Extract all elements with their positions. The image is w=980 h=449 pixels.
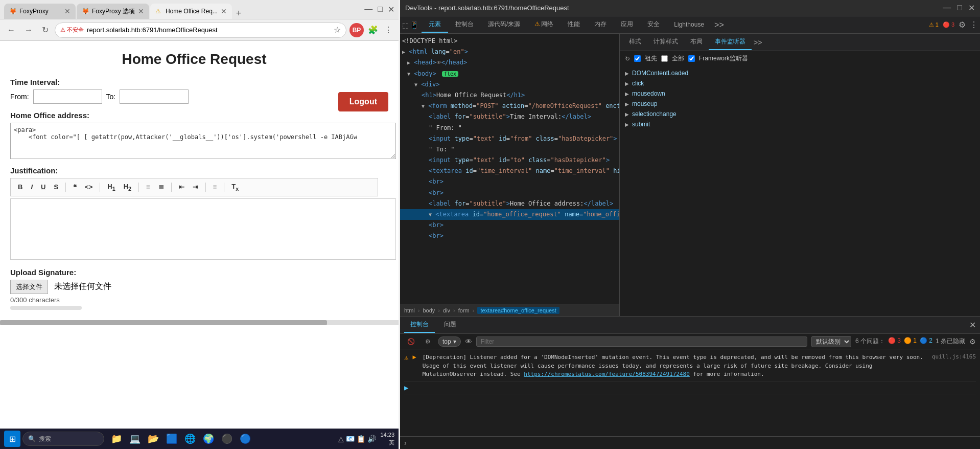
- devtools-tab-sources[interactable]: 源代码/来源: [481, 17, 527, 33]
- div-line[interactable]: ▼ <div>: [400, 79, 619, 90]
- right-tab-computed[interactable]: 计算样式: [647, 34, 684, 50]
- tab-close-3[interactable]: ✕: [221, 7, 227, 15]
- form-line[interactable]: ▼ <form method="POST" action="/homeOffic…: [400, 101, 619, 111]
- devtools-tab-security[interactable]: 安全: [640, 17, 667, 33]
- h1-line[interactable]: <h1>Home Office Request</h1>: [400, 90, 619, 101]
- breadcrumb-html[interactable]: html: [404, 307, 415, 313]
- console-eye-icon[interactable]: 👁: [465, 338, 472, 346]
- devtools-inspect-icon[interactable]: ⬚: [402, 21, 409, 29]
- devtools-tab-lighthouse[interactable]: Lighthouse: [667, 18, 711, 32]
- console-link-1[interactable]: https://chromestatus.com/feature/5083947…: [524, 371, 690, 377]
- blockquote-button[interactable]: ❝: [71, 182, 79, 192]
- console-settings-icon[interactable]: ⚙: [969, 338, 976, 346]
- console-input[interactable]: [410, 439, 976, 446]
- start-button[interactable]: ⊞: [4, 431, 20, 447]
- address-input[interactable]: [87, 26, 331, 34]
- body-line[interactable]: ▼ <body> flex: [400, 69, 619, 79]
- taskbar-icon-explorer[interactable]: 📂: [145, 431, 161, 447]
- console-tab-console[interactable]: 控制台: [404, 317, 435, 333]
- indent-left-button[interactable]: ⇤: [177, 182, 186, 192]
- tab-foxyproxy1[interactable]: 🦊 FoxyProxy ✕: [4, 4, 76, 19]
- taskbar-icon-files[interactable]: 📁: [108, 431, 125, 447]
- doctype-line[interactable]: <!DOCTYPE html>: [400, 36, 619, 47]
- profile-button[interactable]: BP: [349, 23, 364, 37]
- maximize-button[interactable]: □: [378, 5, 383, 14]
- bookmark-icon[interactable]: ☆: [334, 25, 341, 35]
- underline-button[interactable]: U: [39, 182, 48, 192]
- label-time-line[interactable]: <label for="subtitle">Time Interval:</la…: [400, 111, 619, 122]
- expand-warning-icon[interactable]: ▶: [412, 353, 416, 361]
- logout-button[interactable]: Logout: [338, 92, 388, 111]
- tab-close-1[interactable]: ✕: [64, 7, 71, 15]
- console-clear-button[interactable]: 🚫: [404, 336, 418, 347]
- indent-right-button[interactable]: ⇥: [191, 182, 200, 192]
- devtools-more-icon[interactable]: ⋮: [970, 20, 978, 30]
- right-tab-styles[interactable]: 样式: [623, 34, 647, 50]
- taskbar-icon-chrome[interactable]: 🔵: [237, 431, 253, 447]
- from-date-input[interactable]: [33, 89, 102, 104]
- breadcrumb-textarea[interactable]: textarea#home_office_request: [477, 307, 559, 314]
- taskbar-icon-terminal[interactable]: 💻: [127, 431, 143, 447]
- strikethrough-button[interactable]: S: [52, 182, 60, 192]
- devtools-tab-more[interactable]: >>: [711, 17, 727, 33]
- taskbar-icon-browser1[interactable]: 🌐: [182, 431, 198, 447]
- console-source-1[interactable]: quill.js:4165: [932, 353, 976, 360]
- devtools-device-icon[interactable]: 📱: [410, 21, 418, 29]
- taskbar-icon-browser2[interactable]: 🌍: [200, 431, 217, 447]
- clear-format-button[interactable]: Tx: [229, 182, 241, 193]
- menu-button[interactable]: ⋮: [382, 23, 394, 37]
- console-level-select[interactable]: 默认级别: [811, 336, 851, 347]
- devtools-tab-memory[interactable]: 内存: [587, 17, 614, 33]
- choose-file-button[interactable]: 选择文件: [10, 280, 48, 294]
- all-checkbox[interactable]: [661, 55, 668, 62]
- address-bar[interactable]: ⚠ 不安全 ☆: [55, 23, 346, 38]
- taskbar-search[interactable]: 🔍 搜索: [22, 432, 104, 446]
- right-tab-layout[interactable]: 布局: [684, 34, 709, 50]
- right-tab-events[interactable]: 事件监听器: [709, 34, 752, 50]
- devtools-close[interactable]: ✕: [968, 3, 975, 13]
- breadcrumb-body[interactable]: body: [423, 307, 435, 313]
- tab-close-2[interactable]: ✕: [138, 7, 144, 15]
- justification-textarea[interactable]: [10, 198, 396, 260]
- h2-button[interactable]: H2: [122, 182, 133, 193]
- to-text-line[interactable]: " To: ": [400, 144, 619, 155]
- taskbar-icon-app[interactable]: ⚫: [219, 431, 235, 447]
- top-selector[interactable]: top ▾: [438, 336, 461, 347]
- close-browser-button[interactable]: ✕: [388, 5, 394, 14]
- unordered-list-button[interactable]: ≣: [156, 182, 166, 192]
- console-close-button[interactable]: ✕: [969, 320, 976, 330]
- input-from-line[interactable]: <input type="text" id="from" class="hasD…: [400, 133, 619, 144]
- label-home-line[interactable]: <label for="subtitle">Home Office addres…: [400, 198, 619, 209]
- scrollbar-thumb[interactable]: [0, 320, 327, 325]
- reload-button[interactable]: ↻: [39, 23, 52, 37]
- new-tab-button[interactable]: +: [233, 8, 245, 19]
- devtools-maximize[interactable]: □: [957, 3, 962, 13]
- br3-line[interactable]: <br>: [400, 220, 619, 231]
- extension-icon[interactable]: 🧩: [366, 23, 380, 37]
- right-tab-more[interactable]: >>: [752, 35, 764, 50]
- forward-button[interactable]: →: [21, 24, 36, 37]
- devtools-tab-console[interactable]: 控制台: [448, 17, 481, 33]
- br4-line[interactable]: <br>: [400, 231, 619, 241]
- taskbar-icon-vscode[interactable]: 🟦: [164, 431, 180, 447]
- devtools-settings-icon[interactable]: ⚙: [959, 20, 966, 30]
- console-settings-button[interactable]: ⚙: [422, 336, 434, 347]
- breadcrumb-div[interactable]: div: [443, 307, 450, 313]
- input-to-line[interactable]: <input type="text" id="to" class="hasDat…: [400, 155, 619, 166]
- ordered-list-button[interactable]: ≡: [144, 182, 152, 192]
- br2-line[interactable]: <br>: [400, 188, 619, 198]
- from-text-line[interactable]: " From: ": [400, 123, 619, 133]
- html-line[interactable]: ▶ <html lang="en">: [400, 47, 619, 57]
- to-date-input[interactable]: [120, 89, 189, 104]
- bold-button[interactable]: B: [16, 182, 25, 192]
- tab-foxyproxy2[interactable]: 🦊 FoxyProxy 选项 ✕: [77, 4, 149, 19]
- textarea-home-line[interactable]: ▼ <textarea id="home_office_request" nam…: [400, 209, 619, 220]
- textarea-time-line[interactable]: <textarea id="time_interval" name="time_…: [400, 166, 619, 176]
- devtools-tab-application[interactable]: 应用: [614, 17, 640, 33]
- back-button[interactable]: ←: [4, 24, 18, 37]
- tab-home-office[interactable]: ⚠ Home Office Req... ✕: [150, 4, 232, 19]
- h1-button[interactable]: H1: [105, 182, 117, 193]
- minimize-button[interactable]: —: [364, 5, 372, 14]
- framework-checkbox[interactable]: [688, 55, 695, 62]
- code-button[interactable]: <>: [83, 182, 95, 192]
